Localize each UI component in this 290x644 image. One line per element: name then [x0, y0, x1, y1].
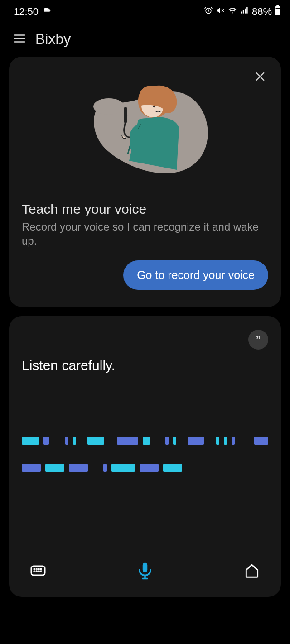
- teach-description: Record your voice so I can recognize it …: [22, 220, 268, 248]
- listen-title: Listen carefully.: [22, 358, 268, 373]
- svg-rect-3: [243, 10, 244, 13]
- audio-stream-placeholder: [22, 437, 268, 472]
- menu-icon[interactable]: [13, 32, 26, 47]
- svg-point-22: [36, 569, 37, 570]
- listen-card: ” Listen carefully.: [9, 316, 281, 597]
- keyboard-button[interactable]: [24, 558, 52, 585]
- weather-icon: [42, 5, 52, 18]
- svg-point-27: [39, 571, 39, 572]
- svg-point-23: [39, 569, 39, 570]
- signal-icon: [240, 6, 249, 18]
- svg-rect-5: [246, 7, 248, 14]
- battery-icon: [275, 5, 281, 18]
- svg-point-28: [41, 571, 42, 572]
- svg-point-26: [36, 571, 37, 572]
- status-time: 12:50: [14, 6, 39, 18]
- close-button[interactable]: [252, 69, 268, 86]
- home-icon: [243, 562, 261, 581]
- close-icon: [254, 70, 266, 85]
- teach-illustration: [22, 66, 268, 197]
- svg-rect-20: [31, 566, 45, 575]
- stream-row: [22, 437, 268, 445]
- teach-voice-card: Teach me your voice Record your voice so…: [9, 57, 281, 307]
- status-left: 12:50: [14, 5, 52, 18]
- quote-button[interactable]: ”: [248, 330, 268, 350]
- status-right: 88%: [204, 5, 281, 18]
- record-voice-button[interactable]: Go to record your voice: [123, 260, 268, 290]
- svg-rect-2: [241, 12, 242, 14]
- wifi-icon: [227, 6, 237, 18]
- home-button[interactable]: [238, 558, 266, 585]
- svg-rect-8: [276, 8, 280, 9]
- stream-row: [22, 464, 268, 472]
- mute-icon: [216, 6, 225, 18]
- quote-icon: ”: [256, 335, 261, 345]
- app-title: Bixby: [35, 31, 71, 48]
- svg-point-15: [153, 106, 155, 107]
- svg-rect-7: [276, 5, 279, 7]
- mic-icon: [135, 561, 155, 582]
- status-battery-text: 88%: [252, 6, 272, 18]
- svg-rect-4: [245, 9, 246, 14]
- alarm-icon: [204, 6, 213, 18]
- status-bar: 12:50 88%: [0, 0, 290, 22]
- mic-button[interactable]: [131, 558, 159, 585]
- svg-point-25: [34, 571, 35, 572]
- app-bar: Bixby: [0, 22, 290, 57]
- svg-point-14: [93, 98, 124, 115]
- svg-point-24: [41, 569, 42, 570]
- teach-title: Teach me your voice: [22, 202, 268, 217]
- bottom-bar: [22, 558, 268, 585]
- svg-rect-29: [143, 563, 148, 572]
- keyboard-icon: [29, 562, 47, 582]
- svg-point-21: [34, 569, 35, 570]
- svg-rect-19: [124, 107, 127, 123]
